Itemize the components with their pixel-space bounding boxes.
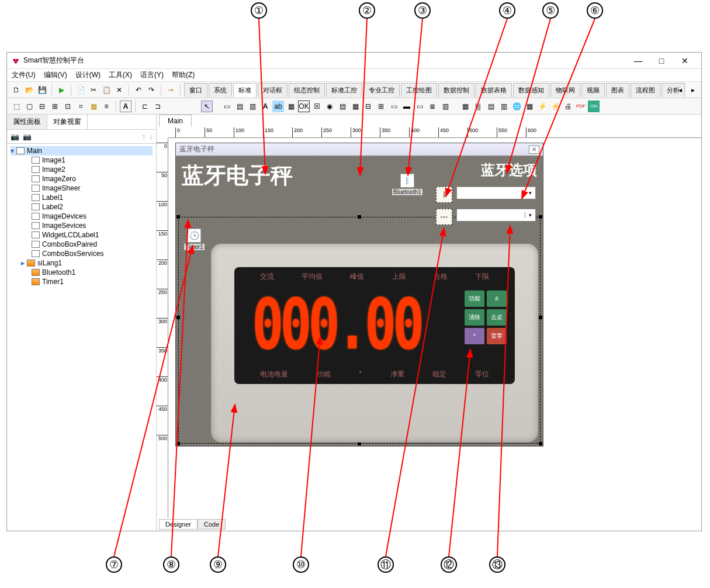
tree-item[interactable]: ComboBoxServices [11, 249, 153, 258]
tree-item[interactable]: Label1 [11, 193, 153, 202]
tab-scroll-right[interactable]: ▸ [687, 84, 699, 96]
comp-19[interactable]: ▦ [459, 101, 471, 112]
tree-item[interactable]: Label2 [11, 202, 153, 212]
comp-switch[interactable]: ON [588, 101, 600, 112]
tree-item[interactable]: ▸siLang1 [11, 258, 153, 268]
key-tare[interactable]: 去皮 [487, 309, 507, 326]
form-bluetooth-scale[interactable]: 蓝牙电子秤 ✕ [175, 143, 543, 447]
copy-button[interactable]: 📄 [75, 84, 86, 96]
comp-4[interactable]: A [259, 101, 271, 112]
save-button[interactable]: 💾 [36, 84, 48, 96]
menu-edit[interactable]: 编辑(V) [44, 70, 67, 80]
menu-tools[interactable]: 工具(X) [109, 70, 132, 80]
tab-properties[interactable]: 属性面板 [7, 115, 47, 129]
tab-object-view[interactable]: 对象视窗 [47, 115, 88, 129]
comp-5[interactable]: ab [272, 101, 284, 112]
lp-up[interactable]: ↑ [142, 133, 146, 141]
comp-21[interactable]: ▤ [485, 101, 497, 112]
delete-button[interactable]: ✕ [113, 84, 125, 96]
new-button[interactable]: 🗋 [11, 84, 22, 96]
form-close-icon[interactable]: ✕ [529, 146, 539, 154]
align-9[interactable]: ⊏ [139, 101, 151, 112]
comp-8[interactable]: ☒ [311, 101, 323, 112]
text-a[interactable]: A [120, 101, 131, 112]
comptab-stdctrl[interactable]: 标准工控 [326, 83, 362, 97]
paste-button[interactable]: 📋 [101, 84, 112, 96]
comp-24[interactable]: ⚡ [536, 101, 548, 112]
comp-6[interactable]: ▦ [285, 101, 297, 112]
tree-item[interactable]: ImageZero [11, 174, 153, 184]
design-canvas[interactable]: 蓝牙电子秤 ✕ [168, 138, 701, 518]
comptab-proctrl[interactable]: 专业工控 [363, 83, 400, 97]
key-clear[interactable]: 清除 [465, 309, 484, 326]
comptab-datasense[interactable]: 数据感知 [513, 83, 549, 97]
tree-item[interactable]: ImageSevices [11, 221, 153, 230]
comptab-datactrl[interactable]: 数据控制 [438, 83, 475, 97]
comp-7[interactable]: OK [298, 101, 310, 112]
scale-image[interactable]: 交流平均值峰值上限合格下限 000.00 功能 # 清除 去皮 * 置零 [211, 244, 538, 442]
comp-20[interactable]: ||| [472, 101, 484, 112]
image-services[interactable]: ◦◦◦ [436, 209, 452, 225]
align-7[interactable]: ▦ [88, 101, 99, 112]
comp-11[interactable]: ▦ [349, 101, 361, 112]
lp-btn-2[interactable]: 📷 [23, 133, 32, 141]
comp-printer[interactable]: 🖨 [562, 101, 574, 112]
design-tab-main[interactable]: Main [159, 115, 192, 127]
pointer-tool[interactable]: ↖ [201, 101, 213, 112]
comptab-chart[interactable]: 图表 [606, 83, 629, 97]
comptab-system[interactable]: 系统 [209, 83, 232, 97]
tree-item[interactable]: Image2 [11, 165, 153, 174]
key-fn[interactable]: 功能 [465, 290, 484, 307]
tab-code[interactable]: Code [198, 519, 226, 530]
key-star[interactable]: * [465, 328, 484, 344]
comp-17[interactable]: ≣ [427, 101, 438, 112]
align-3[interactable]: ⊟ [36, 101, 48, 112]
combo-paired[interactable]: ▾ [456, 186, 536, 199]
lp-down[interactable]: ↓ [149, 133, 153, 141]
label-big-title[interactable]: 蓝牙电子秤 [182, 161, 293, 191]
comp-9[interactable]: ◉ [324, 101, 335, 112]
form-titlebar[interactable]: 蓝牙电子秤 ✕ [176, 143, 543, 156]
tab-designer[interactable]: Designer [159, 519, 198, 530]
menu-help[interactable]: 帮助(Z) [172, 70, 195, 80]
close-button[interactable]: ✕ [673, 56, 697, 65]
comptab-flow[interactable]: 流程图 [631, 83, 660, 97]
tree-item[interactable]: ImageDevices [11, 212, 153, 221]
comptab-group[interactable]: 组态控制 [289, 83, 325, 97]
comptab-standard[interactable]: 标准 [233, 83, 257, 97]
align-2[interactable]: ▢ [23, 101, 35, 112]
comp-13[interactable]: ⊞ [375, 101, 387, 112]
key-hash[interactable]: # [487, 290, 507, 307]
comptab-video[interactable]: 视频 [581, 83, 605, 97]
label-options[interactable]: 蓝牙选项 [481, 161, 537, 179]
comptab-datatable[interactable]: 数据表格 [476, 83, 512, 97]
align-1[interactable]: ⬚ [11, 101, 22, 112]
comp-14[interactable]: ▭ [388, 101, 400, 112]
menu-design[interactable]: 设计(W) [75, 70, 101, 80]
comp-23[interactable]: ▦ [524, 101, 535, 112]
lcd-display[interactable]: 000.00 [240, 283, 433, 365]
open-button[interactable]: 📂 [23, 84, 35, 96]
tab-scroll-left[interactable]: ◂ [674, 84, 686, 96]
comptab-draw[interactable]: 工控绘图 [401, 83, 437, 97]
comp-22[interactable]: ▥ [498, 101, 510, 112]
redo-button[interactable]: ↷ [146, 84, 157, 96]
align-8[interactable]: ≡ [101, 101, 112, 112]
comptab-dialog[interactable]: 对话框 [258, 83, 288, 97]
tree-item[interactable]: WidgetLCDLabel1 [11, 230, 153, 240]
comp-10[interactable]: ▤ [337, 101, 348, 112]
align-5[interactable]: ⊡ [62, 101, 74, 112]
tree-item[interactable]: Image1 [11, 155, 153, 165]
minimize-button[interactable]: — [626, 56, 650, 65]
comp-16[interactable]: ▭ [414, 101, 425, 112]
align-6[interactable]: ⌗ [75, 101, 86, 112]
comptab-iot[interactable]: 物联网 [550, 83, 580, 97]
bluetooth-component[interactable]: ᛒ Bluetooth1 [392, 174, 422, 195]
comptab-window[interactable]: 窗口 [184, 83, 207, 97]
comp-3[interactable]: ▥ [247, 101, 258, 112]
undo-button[interactable]: ↶ [133, 84, 144, 96]
comp-15[interactable]: ▬ [401, 101, 413, 112]
comp-pdf[interactable]: PDF [575, 101, 587, 112]
tree-item[interactable]: ComboBoxPaired [11, 240, 153, 249]
key-button[interactable]: ⊸ [165, 84, 176, 96]
